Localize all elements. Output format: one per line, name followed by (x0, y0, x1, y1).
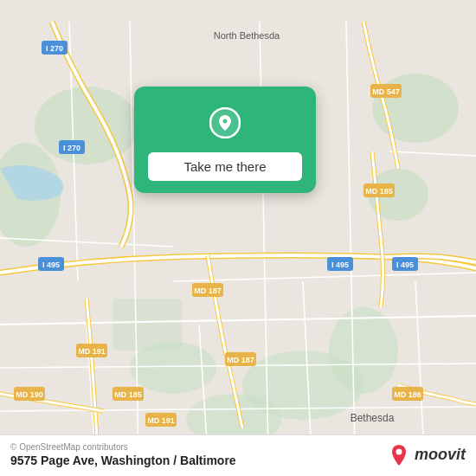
svg-text:MD 187: MD 187 (194, 286, 222, 295)
attribution-text: © OpenStreetMap contributors (10, 442, 236, 452)
svg-point-54 (396, 448, 402, 454)
svg-line-9 (0, 316, 476, 325)
location-pin-container (204, 102, 246, 144)
svg-text:MD 187: MD 187 (227, 356, 254, 364)
svg-text:North Bethesda: North Bethesda (214, 30, 280, 41)
svg-line-22 (415, 281, 424, 454)
map-container: I 270 I 270 I 495 I 495 I 495 MD 547 MD … (0, 0, 476, 476)
map-svg: I 270 I 270 I 495 I 495 I 495 MD 547 MD … (0, 0, 476, 476)
svg-text:MD 186: MD 186 (394, 390, 421, 399)
svg-text:I 495: I 495 (42, 261, 60, 269)
svg-text:MD 190: MD 190 (16, 390, 43, 399)
svg-text:MD 185: MD 185 (365, 187, 393, 196)
svg-text:MD 547: MD 547 (372, 87, 400, 96)
svg-point-6 (329, 307, 398, 394)
location-card: Take me there (134, 87, 316, 193)
svg-text:MD 185: MD 185 (114, 390, 142, 399)
svg-text:I 495: I 495 (396, 261, 414, 269)
svg-text:I 270: I 270 (63, 144, 80, 152)
moovit-brand-text: moovit (415, 446, 466, 464)
bottom-bar: © OpenStreetMap contributors 9575 Page A… (0, 434, 476, 476)
bottom-left-info: © OpenStreetMap contributors 9575 Page A… (10, 442, 236, 467)
moovit-logo: moovit (387, 443, 466, 467)
location-pin-icon (209, 107, 241, 138)
svg-text:Bethesda: Bethesda (351, 412, 395, 424)
moovit-pin-icon (387, 443, 411, 467)
take-me-there-button[interactable]: Take me there (148, 152, 302, 181)
svg-text:MD 191: MD 191 (78, 347, 106, 356)
svg-line-20 (389, 151, 476, 156)
svg-text:I 495: I 495 (331, 261, 349, 269)
address-text: 9575 Page Ave, Washington / Baltimore (10, 453, 236, 467)
svg-line-14 (173, 273, 476, 281)
svg-text:MD 191: MD 191 (147, 416, 175, 425)
svg-point-53 (210, 108, 240, 138)
svg-rect-7 (113, 299, 182, 351)
svg-text:I 270: I 270 (46, 44, 63, 53)
